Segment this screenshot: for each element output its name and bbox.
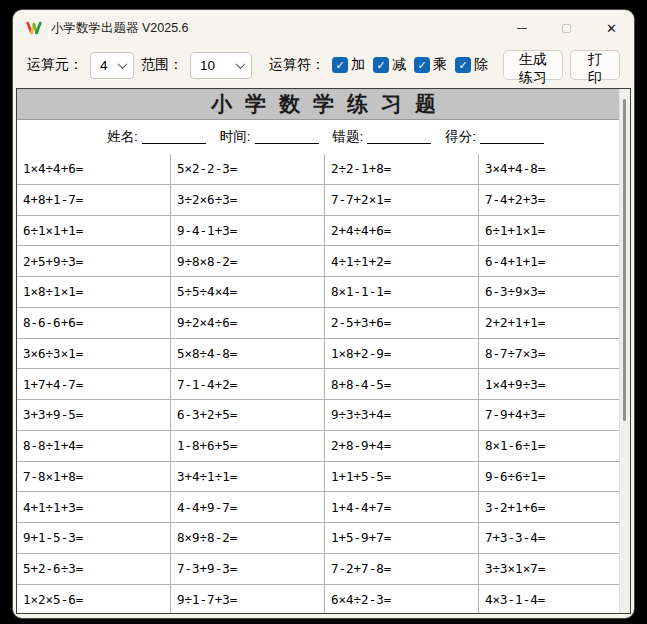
problem-cell: 4×3-1-4= (479, 585, 619, 615)
problem-cell: 9÷3÷3+4= (325, 400, 479, 431)
minimize-button[interactable] (499, 10, 544, 46)
checkbox-checked-icon[interactable]: ✓ (332, 57, 348, 73)
problem-cell: 5×2-2-3= (171, 154, 325, 185)
blank-line (480, 131, 544, 144)
problem-cell: 9÷2×4÷6= (171, 308, 325, 339)
problem-cell: 8×9÷8-2= (171, 523, 325, 554)
window-title: 小学数学出题器 V2025.6 (51, 20, 189, 37)
problem-cell: 3-2+1+6= (479, 492, 619, 523)
operand-count-label: 运算元： (27, 56, 83, 74)
problem-cell: 1+1+5-5= (325, 462, 479, 493)
field-label: 错题: (333, 128, 364, 146)
operators-label: 运算符： (269, 56, 325, 74)
problem-cell: 2+8-9+4= (325, 431, 479, 462)
operator-checkbox-multiply[interactable]: ✓乘 (414, 56, 447, 74)
operator-checkbox-subtract[interactable]: ✓减 (373, 56, 406, 74)
range-select[interactable]: 10 (190, 52, 252, 79)
problem-cell: 7-3+9-3= (171, 554, 325, 585)
problem-cell: 8-8÷1+4= (17, 431, 171, 462)
problem-cell: 2+5+9÷3= (17, 246, 171, 277)
checkbox-checked-icon[interactable]: ✓ (455, 57, 471, 73)
operator-label: 除 (474, 56, 488, 74)
maximize-button[interactable] (544, 10, 589, 46)
problem-cell: 7-4+2+3= (479, 185, 619, 216)
range-label: 范围： (141, 56, 183, 74)
operator-label: 乘 (433, 56, 447, 74)
problem-cell: 7+3-3-4= (479, 523, 619, 554)
info-row: 姓名:时间:错题:得分: (17, 120, 630, 154)
checkbox-checked-icon[interactable]: ✓ (373, 57, 389, 73)
problem-cell: 5+2-6÷3= (17, 554, 171, 585)
problem-cell: 3+3+9-5= (17, 400, 171, 431)
problem-cell: 8×1-1-1= (325, 277, 479, 308)
problems-grid: 1×4÷4+6=5×2-2-3=2÷2-1+8=3×4+4-8=4+8+1-7=… (17, 154, 619, 614)
field-label: 姓名: (107, 128, 138, 146)
problem-cell: 7-7+2×1= (325, 185, 479, 216)
close-icon: ✕ (606, 21, 617, 36)
scrollbar[interactable] (619, 89, 630, 613)
problem-cell: 4+8+1-7= (17, 185, 171, 216)
problem-cell: 3×4+4-8= (479, 154, 619, 185)
problem-cell: 2+4÷4+6= (325, 216, 479, 247)
field-label: 时间: (220, 128, 251, 146)
problem-cell: 8×1-6÷1= (479, 431, 619, 462)
operator-checkbox-add[interactable]: ✓加 (332, 56, 365, 74)
problem-cell: 5×8÷4-8= (171, 339, 325, 370)
problem-cell: 5÷5÷4×4= (171, 277, 325, 308)
problem-cell: 3+4÷1÷1= (171, 462, 325, 493)
problem-cell: 9÷8×8-2= (171, 246, 325, 277)
problem-cell: 2+2+1+1= (479, 308, 619, 339)
problem-cell: 8-7÷7×3= (479, 339, 619, 370)
problem-cell: 2-5+3+6= (325, 308, 479, 339)
problem-cell: 1×4÷4+6= (17, 154, 171, 185)
window-controls: ✕ (499, 10, 634, 46)
problem-cell: 6-3÷9×3= (479, 277, 619, 308)
problem-cell: 1×8÷1×1= (17, 277, 171, 308)
operators-group: ✓加✓减✓乘✓除 (332, 56, 488, 74)
desktop: 小学数学出题器 V2025.6 ✕ 运算元： 4 范围： (0, 0, 647, 624)
problem-cell: 8+8-4-5= (325, 369, 479, 400)
problem-cell: 4+1÷1+3= (17, 492, 171, 523)
problem-cell: 3×6÷3×1= (17, 339, 171, 370)
operator-label: 加 (351, 56, 365, 74)
chevron-down-icon (236, 59, 246, 69)
problem-cell: 3÷2×6÷3= (171, 185, 325, 216)
problem-cell: 9-4-1+3= (171, 216, 325, 247)
problem-cell: 6÷1×1+1= (17, 216, 171, 247)
print-button[interactable]: 打印 (570, 50, 620, 80)
app-icon (25, 19, 43, 37)
generate-button[interactable]: 生成练习题 (503, 50, 563, 80)
problem-cell: 1×4+9÷3= (479, 369, 619, 400)
operator-checkbox-divide[interactable]: ✓除 (455, 56, 488, 74)
minimize-icon (517, 28, 527, 29)
problem-cell: 1+4-4+7= (325, 492, 479, 523)
problem-cell: 6×4÷2-3= (325, 585, 479, 615)
blank-line (255, 131, 319, 144)
problem-cell: 6÷1+1×1= (479, 216, 619, 247)
operand-count-value: 4 (100, 58, 108, 73)
blank-line (367, 131, 431, 144)
problem-cell: 4-4+9-7= (171, 492, 325, 523)
problem-cell: 1×2×5-6= (17, 585, 171, 615)
problem-cell: 9÷1-7+3= (171, 585, 325, 615)
problem-cell: 4÷1÷1+2= (325, 246, 479, 277)
problem-cell: 2÷2-1+8= (325, 154, 479, 185)
problem-cell: 7-9+4+3= (479, 400, 619, 431)
app-window: 小学数学出题器 V2025.6 ✕ 运算元： 4 范围： (13, 10, 634, 618)
problem-cell: 7-2+7-8= (325, 554, 479, 585)
checkbox-checked-icon[interactable]: ✓ (414, 57, 430, 73)
titlebar[interactable]: 小学数学出题器 V2025.6 ✕ (13, 10, 634, 46)
problem-cell: 7-8×1+8= (17, 462, 171, 493)
problem-cell: 8-6-6+6= (17, 308, 171, 339)
toolbar: 运算元： 4 范围： 10 运算符： ✓加✓减✓乘✓除 生成练习题 打印 (13, 46, 634, 88)
problem-cell: 9-6÷6÷1= (479, 462, 619, 493)
range-value: 10 (200, 58, 215, 73)
operand-count-select[interactable]: 4 (90, 52, 134, 79)
problem-cell: 9+1-5-3= (17, 523, 171, 554)
problem-cell: 1×8+2-9= (325, 339, 479, 370)
scrollbar-thumb[interactable] (623, 99, 626, 421)
close-button[interactable]: ✕ (589, 10, 634, 46)
problem-cell: 7-1-4+2= (171, 369, 325, 400)
problem-cell: 1+7+4-7= (17, 369, 171, 400)
worksheet-panel: 小学数学练习题 姓名:时间:错题:得分: 1×4÷4+6=5×2-2-3=2÷2… (16, 88, 631, 614)
